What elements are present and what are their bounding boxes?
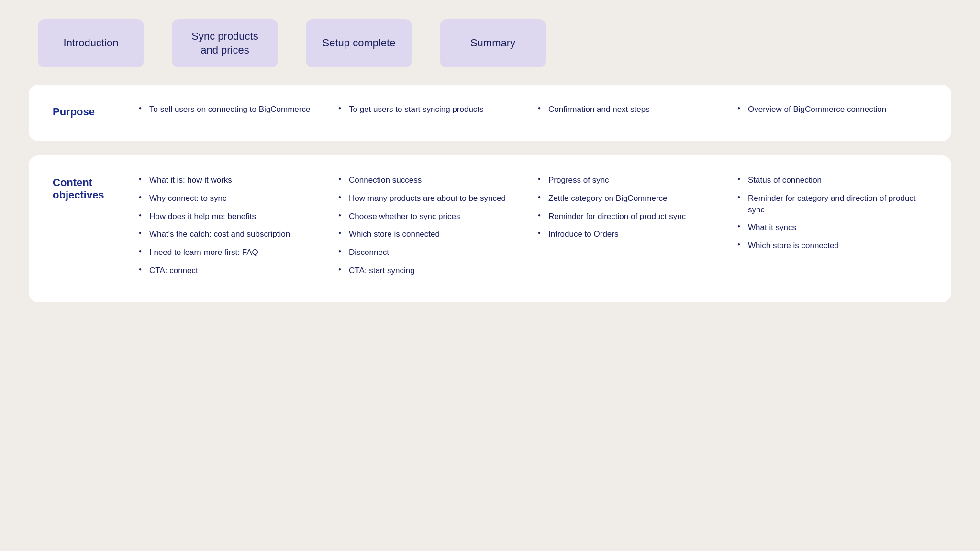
list-item: Which store is connected [737, 240, 918, 252]
purpose-col-0: To sell users on connecting to BigCommer… [129, 104, 329, 122]
purpose-col-3: Overview of BigCommerce connection [728, 104, 927, 122]
list-item: What it is: how it works [139, 175, 319, 186]
list-item: How does it help me: benefits [139, 211, 319, 222]
tab-sync-products[interactable]: Sync products and prices [172, 19, 278, 67]
list-item: Connection success [338, 175, 519, 186]
purpose-item-1: To get users to start syncing products [338, 104, 519, 115]
content-grid: Content objectives What it is: how it wo… [53, 175, 927, 283]
tab-summary[interactable]: Summary [440, 19, 546, 67]
purpose-item-0: To sell users on connecting to BigCommer… [139, 104, 319, 115]
list-item: What's the catch: cost and subscription [139, 229, 319, 240]
content-label: Content objectives [53, 175, 129, 283]
list-item: Zettle category on BigCommerce [538, 193, 718, 204]
list-item: Which store is connected [338, 229, 519, 240]
list-item: Introduce to Orders [538, 229, 718, 240]
content-col-1: Connection successHow many products are … [329, 175, 528, 283]
purpose-item-3: Overview of BigCommerce connection [737, 104, 918, 115]
content-col-0: What it is: how it worksWhy connect: to … [129, 175, 329, 283]
list-item: I need to learn more first: FAQ [139, 247, 319, 258]
content-col-3: Status of connectionReminder for categor… [728, 175, 927, 283]
tab-introduction[interactable]: Introduction [38, 19, 144, 67]
purpose-card: Purpose To sell users on connecting to B… [29, 85, 951, 141]
content-card: Content objectives What it is: how it wo… [29, 155, 951, 302]
tab-setup-complete[interactable]: Setup complete [306, 19, 412, 67]
list-item: Reminder for category and direction of p… [737, 193, 918, 216]
purpose-item-2: Confirmation and next steps [538, 104, 718, 115]
list-item: Why connect: to sync [139, 193, 319, 204]
content-col-2: Progress of syncZettle category on BigCo… [528, 175, 728, 283]
purpose-col-2: Confirmation and next steps [528, 104, 728, 122]
purpose-grid: Purpose To sell users on connecting to B… [53, 104, 927, 122]
list-item: CTA: start syncing [338, 265, 519, 276]
purpose-label: Purpose [53, 104, 129, 122]
list-item: What it syncs [737, 222, 918, 233]
list-item: How many products are about to be synced [338, 193, 519, 204]
tabs-row: Introduction Sync products and prices Se… [29, 19, 951, 67]
list-item: Status of connection [737, 175, 918, 186]
list-item: Disconnect [338, 247, 519, 258]
list-item: Progress of sync [538, 175, 718, 186]
list-item: Reminder for direction of product sync [538, 211, 718, 222]
list-item: CTA: connect [139, 265, 319, 276]
purpose-col-1: To get users to start syncing products [329, 104, 528, 122]
list-item: Choose whether to sync prices [338, 211, 519, 222]
